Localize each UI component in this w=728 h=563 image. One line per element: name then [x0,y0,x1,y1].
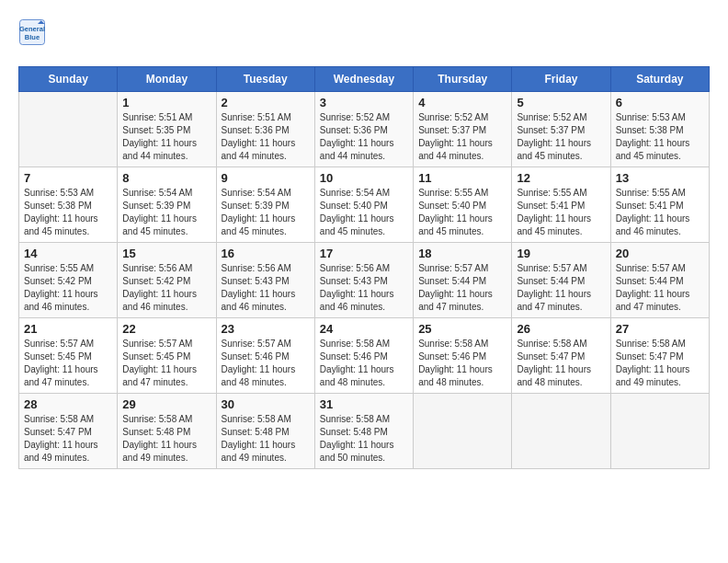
day-info: Sunrise: 5:57 AMSunset: 5:45 PMDaylight:… [24,338,112,389]
day-info: Sunrise: 5:53 AMSunset: 5:38 PMDaylight:… [24,187,112,238]
calendar-cell: 19 Sunrise: 5:57 AMSunset: 5:44 PMDaylig… [512,243,610,318]
day-number: 27 [616,322,704,336]
calendar-cell: 5 Sunrise: 5:52 AMSunset: 5:37 PMDayligh… [512,92,610,167]
day-number: 9 [222,171,310,185]
day-info: Sunrise: 5:58 AMSunset: 5:47 PMDaylight:… [517,338,605,389]
day-info: Sunrise: 5:58 AMSunset: 5:48 PMDaylight:… [320,413,408,465]
svg-text:General: General [19,25,45,33]
logo: General Blue [18,18,48,46]
day-info: Sunrise: 5:52 AMSunset: 5:37 PMDaylight:… [517,111,605,163]
day-info: Sunrise: 5:58 AMSunset: 5:46 PMDaylight:… [418,338,506,389]
day-number: 11 [418,171,506,185]
calendar-cell: 9 Sunrise: 5:54 AMSunset: 5:39 PMDayligh… [216,167,314,243]
day-number: 5 [517,96,605,109]
day-number: 22 [122,322,210,336]
day-info: Sunrise: 5:55 AMSunset: 5:41 PMDaylight:… [616,187,704,238]
calendar-cell [414,394,512,469]
day-info: Sunrise: 5:58 AMSunset: 5:47 PMDaylight:… [24,413,112,465]
day-info: Sunrise: 5:53 AMSunset: 5:38 PMDaylight:… [616,111,704,163]
day-info: Sunrise: 5:54 AMSunset: 5:39 PMDaylight:… [222,187,310,238]
day-header-wednesday: Wednesday [314,67,413,92]
calendar-cell: 28 Sunrise: 5:58 AMSunset: 5:47 PMDaylig… [19,394,118,469]
calendar-cell: 21 Sunrise: 5:57 AMSunset: 5:45 PMDaylig… [19,318,118,394]
day-info: Sunrise: 5:57 AMSunset: 5:44 PMDaylight:… [517,262,605,314]
day-header-friday: Friday [512,67,610,92]
day-number: 20 [616,247,704,260]
day-number: 12 [517,171,605,185]
day-number: 13 [616,171,704,185]
day-number: 6 [616,96,704,109]
calendar-cell: 31 Sunrise: 5:58 AMSunset: 5:48 PMDaylig… [314,394,413,469]
day-number: 28 [24,397,112,411]
day-info: Sunrise: 5:58 AMSunset: 5:48 PMDaylight:… [222,413,310,465]
day-number: 25 [418,322,506,336]
calendar-cell: 27 Sunrise: 5:58 AMSunset: 5:47 PMDaylig… [610,318,709,394]
day-number: 7 [24,171,112,185]
day-number: 10 [320,171,408,185]
day-number: 8 [122,171,210,185]
day-info: Sunrise: 5:56 AMSunset: 5:43 PMDaylight:… [222,262,310,314]
day-number: 2 [222,96,310,109]
calendar-cell: 2 Sunrise: 5:51 AMSunset: 5:36 PMDayligh… [216,92,314,167]
day-number: 31 [320,397,408,411]
day-number: 16 [222,247,310,260]
calendar-cell: 25 Sunrise: 5:58 AMSunset: 5:46 PMDaylig… [414,318,512,394]
calendar-cell: 6 Sunrise: 5:53 AMSunset: 5:38 PMDayligh… [610,92,709,167]
calendar-cell: 18 Sunrise: 5:57 AMSunset: 5:44 PMDaylig… [414,243,512,318]
day-number: 15 [122,247,210,260]
day-info: Sunrise: 5:55 AMSunset: 5:42 PMDaylight:… [24,262,112,314]
day-info: Sunrise: 5:57 AMSunset: 5:46 PMDaylight:… [222,338,310,389]
day-info: Sunrise: 5:52 AMSunset: 5:36 PMDaylight:… [320,111,408,163]
calendar-cell [19,92,118,167]
calendar-cell: 12 Sunrise: 5:55 AMSunset: 5:41 PMDaylig… [512,167,610,243]
day-info: Sunrise: 5:58 AMSunset: 5:46 PMDaylight:… [320,338,408,389]
day-number: 24 [320,322,408,336]
day-number: 17 [320,247,408,260]
calendar-cell: 1 Sunrise: 5:51 AMSunset: 5:35 PMDayligh… [118,92,216,167]
calendar-cell [610,394,709,469]
day-info: Sunrise: 5:55 AMSunset: 5:40 PMDaylight:… [418,187,506,238]
calendar-cell: 10 Sunrise: 5:54 AMSunset: 5:40 PMDaylig… [314,167,413,243]
calendar-cell: 16 Sunrise: 5:56 AMSunset: 5:43 PMDaylig… [216,243,314,318]
calendar-cell: 17 Sunrise: 5:56 AMSunset: 5:43 PMDaylig… [314,243,413,318]
day-header-tuesday: Tuesday [216,67,314,92]
calendar-cell: 3 Sunrise: 5:52 AMSunset: 5:36 PMDayligh… [314,92,413,167]
day-number: 4 [418,96,506,109]
day-info: Sunrise: 5:51 AMSunset: 5:36 PMDaylight:… [222,111,310,163]
calendar-cell: 8 Sunrise: 5:54 AMSunset: 5:39 PMDayligh… [118,167,216,243]
calendar-cell: 22 Sunrise: 5:57 AMSunset: 5:45 PMDaylig… [118,318,216,394]
calendar-cell: 4 Sunrise: 5:52 AMSunset: 5:37 PMDayligh… [414,92,512,167]
day-info: Sunrise: 5:56 AMSunset: 5:43 PMDaylight:… [320,262,408,314]
day-number: 18 [418,247,506,260]
day-number: 26 [517,322,605,336]
calendar-cell: 29 Sunrise: 5:58 AMSunset: 5:48 PMDaylig… [118,394,216,469]
day-info: Sunrise: 5:54 AMSunset: 5:39 PMDaylight:… [122,187,210,238]
calendar-cell: 15 Sunrise: 5:56 AMSunset: 5:42 PMDaylig… [118,243,216,318]
day-info: Sunrise: 5:58 AMSunset: 5:48 PMDaylight:… [122,413,210,465]
day-header-saturday: Saturday [610,67,709,92]
day-info: Sunrise: 5:57 AMSunset: 5:44 PMDaylight:… [418,262,506,314]
calendar-cell: 26 Sunrise: 5:58 AMSunset: 5:47 PMDaylig… [512,318,610,394]
day-info: Sunrise: 5:54 AMSunset: 5:40 PMDaylight:… [320,187,408,238]
calendar-cell: 23 Sunrise: 5:57 AMSunset: 5:46 PMDaylig… [216,318,314,394]
calendar-cell: 7 Sunrise: 5:53 AMSunset: 5:38 PMDayligh… [19,167,118,243]
day-header-monday: Monday [118,67,216,92]
svg-text:Blue: Blue [25,33,40,41]
calendar-cell: 11 Sunrise: 5:55 AMSunset: 5:40 PMDaylig… [414,167,512,243]
day-info: Sunrise: 5:55 AMSunset: 5:41 PMDaylight:… [517,187,605,238]
calendar-cell: 20 Sunrise: 5:57 AMSunset: 5:44 PMDaylig… [610,243,709,318]
day-number: 30 [222,397,310,411]
day-info: Sunrise: 5:52 AMSunset: 5:37 PMDaylight:… [418,111,506,163]
calendar-cell: 30 Sunrise: 5:58 AMSunset: 5:48 PMDaylig… [216,394,314,469]
day-number: 3 [320,96,408,109]
day-info: Sunrise: 5:57 AMSunset: 5:45 PMDaylight:… [122,338,210,389]
calendar-cell [512,394,610,469]
day-number: 21 [24,322,112,336]
day-number: 14 [24,247,112,260]
day-header-sunday: Sunday [19,67,118,92]
day-info: Sunrise: 5:58 AMSunset: 5:47 PMDaylight:… [616,338,704,389]
day-number: 19 [517,247,605,260]
calendar-cell: 13 Sunrise: 5:55 AMSunset: 5:41 PMDaylig… [610,167,709,243]
calendar-cell: 14 Sunrise: 5:55 AMSunset: 5:42 PMDaylig… [19,243,118,318]
day-number: 23 [222,322,310,336]
